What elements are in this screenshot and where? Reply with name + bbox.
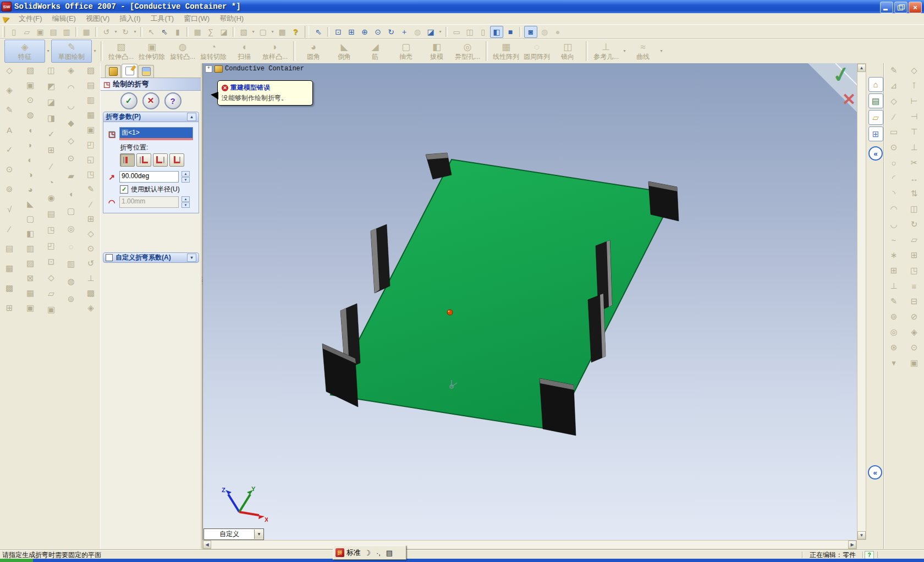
toolbar-icon[interactable]: ◖ (64, 187, 78, 200)
file-explorer-tab[interactable]: ▱ (868, 110, 883, 125)
toolbar-icon[interactable]: ◍ (64, 275, 78, 288)
drawing-dropdown-icon[interactable]: ▾ (270, 26, 275, 37)
toolbar-icon[interactable]: ◫ (908, 202, 921, 216)
print-icon[interactable]: ▦ (80, 26, 92, 37)
section-view-icon[interactable]: ◪ (425, 26, 437, 37)
menu-item[interactable]: 插入(I) (114, 13, 145, 25)
feature-tree-root[interactable]: + Conductive Container (205, 65, 304, 73)
toolbar-icon[interactable]: ∕ (887, 110, 900, 123)
apply-scene-icon[interactable]: ● (552, 26, 564, 37)
expand-chevron-icon[interactable]: ▾ (187, 254, 196, 262)
toolbar-icon[interactable]: ◇ (908, 64, 921, 77)
toolbar-icon[interactable]: ⊞ (3, 301, 16, 315)
horizontal-scrollbar[interactable]: ◀ ▶ (202, 540, 857, 549)
toolbar-icon[interactable]: ◩ (45, 80, 58, 93)
toolbar-icon[interactable]: ◣ (24, 197, 37, 211)
material-inside-button[interactable] (136, 153, 151, 167)
status-help-icon[interactable]: ? (865, 551, 874, 559)
close-button[interactable]: × (909, 2, 922, 13)
toolbar-icon[interactable]: ◈ (64, 64, 78, 77)
toolbar-icon[interactable]: ⊙ (24, 93, 37, 107)
select-icon[interactable]: ↖ (145, 26, 157, 37)
scroll-right-icon[interactable]: ▶ (848, 541, 856, 549)
toolbar-icon[interactable]: ⇅ (908, 187, 921, 200)
collapse-taskpane-button-bottom[interactable]: « (868, 465, 882, 480)
section-dropdown-icon[interactable]: ▾ (438, 26, 443, 37)
bend-radius-field[interactable]: 1.00mm (119, 196, 179, 208)
toolbar-icon[interactable]: ⊣ (908, 110, 921, 123)
save-icon[interactable]: ▣ (34, 26, 46, 37)
toolbar-icon[interactable]: ◰ (45, 239, 58, 252)
toolbar-icon[interactable]: ▥ (24, 242, 37, 255)
use-default-radius-checkbox[interactable]: ✓ (120, 185, 128, 194)
feature-toolbar-button[interactable] (486, 41, 488, 61)
sketch-dropdown-icon[interactable]: ▾ (92, 40, 98, 62)
spin-up-icon[interactable]: ▲ (182, 171, 190, 177)
toolbar-icon[interactable]: ◝ (887, 187, 900, 200)
toolbar-icon[interactable]: ◌ (64, 240, 78, 253)
standard-views-icon[interactable]: ▧ (238, 26, 250, 37)
3d-drawing-view-icon[interactable]: ◍ (411, 26, 424, 37)
custom-bend-allowance-group-header[interactable]: 自定义折弯系数(A) ▾ (103, 252, 199, 263)
zoom-to-fit-icon[interactable]: ⊡ (332, 26, 344, 37)
curves-dropdown-icon[interactable]: ▾ (658, 40, 664, 62)
toolbar-icon[interactable]: ⊙ (64, 152, 78, 165)
toolbar-icon[interactable]: ▣ (24, 301, 37, 315)
confirm-ok-icon[interactable]: ✓ (831, 63, 852, 87)
toolbar-icon[interactable]: ~ (887, 233, 900, 246)
toolbar-icon[interactable]: ▢ (24, 212, 37, 225)
toolbar-icon[interactable]: ⊥ (887, 279, 900, 293)
toolbar-icon[interactable]: ✂ (908, 156, 921, 169)
wireframe-icon[interactable]: ▭ (450, 26, 463, 37)
toolbar-icon[interactable]: ◉ (45, 191, 58, 205)
sweep-button[interactable]: ◖ 扫描 (229, 40, 260, 62)
toolbar-icon[interactable] (186, 27, 189, 37)
design-library-tab[interactable]: ▤ (868, 93, 883, 108)
toolbar-icon[interactable]: ◳ (45, 223, 58, 236)
toolbar-icon[interactable]: ◇ (84, 227, 97, 240)
feature-toolbar-button[interactable] (586, 41, 588, 61)
cancel-button[interactable]: ✕ (142, 92, 160, 109)
collapse-taskpane-button[interactable]: « (868, 146, 883, 161)
collapse-chevron-icon[interactable]: ▴ (187, 113, 196, 121)
toolbar-icon[interactable]: ▣ (908, 356, 921, 370)
curves-button[interactable]: ≈ 曲线 (628, 40, 658, 62)
toolbar-icon[interactable] (75, 27, 78, 37)
toolbar-icon[interactable]: ⊙ (3, 163, 16, 176)
toolbar-icon[interactable]: ◔ (45, 175, 58, 189)
toolbar-icon[interactable]: ✎ (887, 64, 900, 77)
ime-punctuation-icon[interactable]: ·, (374, 549, 383, 557)
menu-item[interactable]: 帮助(H) (215, 13, 249, 25)
publish-edrawing-icon[interactable]: ▥ (61, 26, 73, 37)
toolbar-icon[interactable] (327, 27, 329, 37)
spin-up-icon[interactable]: ▲ (182, 196, 190, 202)
toolbar-icon[interactable]: ▨ (24, 257, 37, 270)
toolbar-icon[interactable]: ◜ (887, 172, 900, 185)
ime-mode-label[interactable]: 标准 (346, 548, 361, 558)
toolbar-icon[interactable]: ✎ (887, 295, 900, 308)
toolbar-icon[interactable]: ▣ (84, 123, 97, 136)
feature-tree-root-label[interactable]: Conductive Container (225, 65, 304, 73)
revolved-cut-button[interactable]: ◔ 旋转切除 (198, 40, 229, 62)
view-orientation-combo[interactable]: 自定义 ▼ (204, 528, 264, 540)
toolbar-icon[interactable]: ⊞ (887, 264, 900, 277)
zoom-to-selection-icon[interactable]: ⊙ (372, 26, 384, 37)
toolbar-icon[interactable]: ⊥ (84, 272, 97, 285)
toolbar-icon[interactable]: ◎ (887, 326, 900, 339)
configurationmanager-tab[interactable] (138, 65, 154, 78)
help-icon[interactable]: ? (289, 26, 301, 37)
toolbar-icon[interactable]: ⊟ (908, 295, 921, 308)
realview-icon[interactable]: ◍ (538, 26, 551, 37)
mirror-button[interactable]: ◫ 镜向 (552, 40, 583, 62)
circular-pattern-button[interactable]: ◌ 圆周阵列 (521, 40, 552, 62)
graphics-viewport[interactable]: + Conductive Container ✕ 重建模型错误 没能够制作绘制折… (202, 63, 857, 540)
toolbar-icon[interactable] (446, 27, 448, 37)
scroll-left-icon[interactable]: ◀ (203, 541, 211, 549)
toolbar-icon[interactable] (140, 27, 142, 37)
shadows-icon[interactable]: ◙ (524, 26, 537, 38)
pan-icon[interactable]: + (398, 26, 410, 37)
toolbar-icon[interactable]: ◇ (887, 95, 900, 108)
toolbar-icon[interactable]: ▧ (24, 64, 37, 77)
draft-button[interactable]: ◧ 拔模 (421, 40, 452, 62)
hidden-lines-visible-icon[interactable]: ◫ (464, 26, 476, 37)
